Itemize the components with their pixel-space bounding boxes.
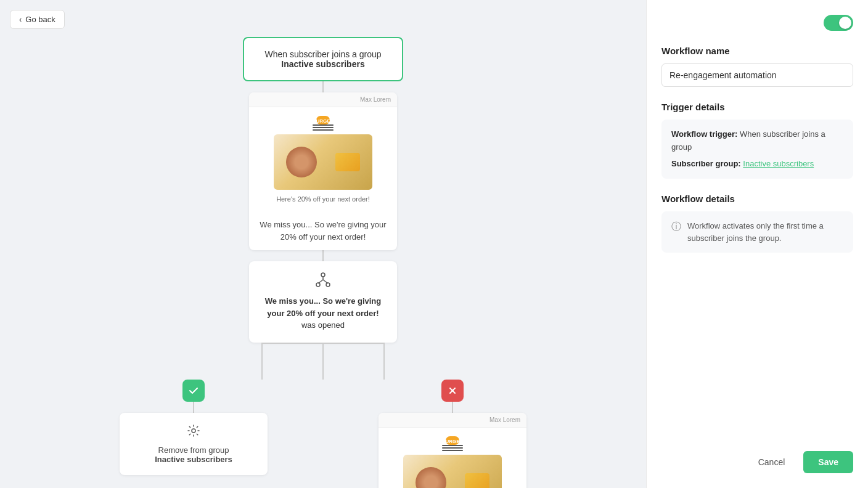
branch-yes: Remove from group Inactive subscribers — [120, 380, 268, 475]
condition-node[interactable]: We miss you... So we're giving your 20% … — [249, 261, 397, 343]
email-resend-card[interactable]: Max Lorem BURGER Here's 20% off your nex… — [379, 413, 526, 488]
workflow-name-section: Workflow name — [661, 46, 853, 87]
svg-rect-16 — [442, 445, 463, 446]
email-header: Max Lorem — [249, 92, 397, 107]
subscriber-group-row: Subscriber group: Inactive subscribers — [671, 158, 843, 171]
settings-icon — [129, 424, 258, 441]
svg-rect-3 — [313, 127, 334, 128]
split-icon — [259, 272, 387, 290]
email2-content: BURGER Here's 20% off your next order! — [379, 428, 526, 488]
workflow-details-text: Workflow activates only the first time a… — [687, 220, 843, 244]
branch-lines — [181, 343, 465, 380]
remove-action-text: Remove from group Inactive subscribers — [129, 445, 258, 464]
svg-rect-17 — [442, 447, 463, 449]
workflow-details-box: ⓘ Workflow activates only the first time… — [661, 211, 853, 253]
food-image-2 — [403, 455, 502, 488]
svg-rect-2 — [313, 124, 334, 126]
workflow-name-input[interactable] — [661, 63, 853, 87]
branch-yes-badge — [182, 380, 205, 402]
connector-2 — [322, 250, 324, 261]
email-content: BURGER Here's 20% off your next order! — [249, 107, 397, 211]
burger-logo-2-icon: BURGER — [437, 435, 468, 455]
subscriber-group-key: Subscriber group: — [671, 159, 741, 168]
branch-no: Max Lorem BURGER Here's 20% off your nex… — [379, 380, 526, 488]
chevron-left-icon: ‹ — [19, 15, 22, 24]
right-panel: Workflow name Trigger details Workflow t… — [646, 0, 868, 488]
promo-text: Here's 20% off your next order! — [276, 195, 370, 204]
workflow-details-section: Workflow details ⓘ Workflow activates on… — [661, 193, 853, 253]
burger-logo-icon: BURGER — [308, 115, 338, 134]
branch-no-badge — [441, 380, 464, 402]
svg-text:BURGER: BURGER — [313, 118, 334, 124]
workflow-details-label: Workflow details — [661, 193, 853, 204]
go-back-button[interactable]: ‹ Go back — [10, 10, 65, 29]
connector-no — [452, 402, 453, 413]
active-toggle[interactable] — [824, 15, 853, 31]
trigger-details-section: Trigger details Workflow trigger: When s… — [661, 102, 853, 179]
svg-point-5 — [321, 273, 325, 277]
workflow-name-label: Workflow name — [661, 46, 853, 56]
svg-rect-4 — [313, 129, 334, 131]
check-icon — [188, 385, 199, 396]
email-preview-card[interactable]: Max Lorem BURGER Here's 20% off your nex… — [249, 92, 397, 250]
email-body-text: We miss you... So we're giving your 20% … — [249, 211, 397, 250]
trigger-details-label: Trigger details — [661, 102, 853, 112]
toggle-container — [661, 15, 853, 31]
trigger-details-box: Workflow trigger: When subscriber joins … — [661, 120, 853, 179]
trigger-group-name: Inactive subscribers — [281, 59, 364, 69]
gear-icon — [187, 424, 200, 437]
subscriber-group-link[interactable]: Inactive subscribers — [743, 159, 814, 168]
x-icon — [447, 385, 458, 396]
go-back-label: Go back — [25, 15, 55, 24]
branches-container: Remove from group Inactive subscribers — [120, 380, 526, 488]
workflow-trigger-row: Workflow trigger: When subscriber joins … — [671, 128, 843, 154]
svg-point-11 — [192, 429, 195, 433]
action-remove-node[interactable]: Remove from group Inactive subscribers — [120, 413, 268, 475]
workflow-canvas: ‹ Go back When subscriber joins a group … — [0, 0, 646, 488]
info-icon: ⓘ — [671, 221, 681, 234]
email2-header: Max Lorem — [379, 413, 526, 428]
trigger-node[interactable]: When subscriber joins a group Inactive s… — [243, 37, 403, 81]
svg-text:BURGER: BURGER — [442, 439, 464, 444]
save-button[interactable]: Save — [803, 451, 853, 473]
trigger-text-prefix: When subscriber joins a group — [264, 49, 381, 59]
fork-icon — [314, 272, 332, 287]
svg-rect-18 — [442, 450, 463, 451]
panel-footer: Cancel Save — [661, 441, 853, 473]
connector-yes — [193, 402, 194, 413]
food-image — [274, 134, 372, 190]
connector-1 — [322, 81, 324, 92]
cancel-button[interactable]: Cancel — [747, 451, 796, 473]
condition-text: We miss you... So we're giving your 20% … — [259, 295, 387, 331]
workflow-trigger-key: Workflow trigger: — [671, 129, 737, 139]
